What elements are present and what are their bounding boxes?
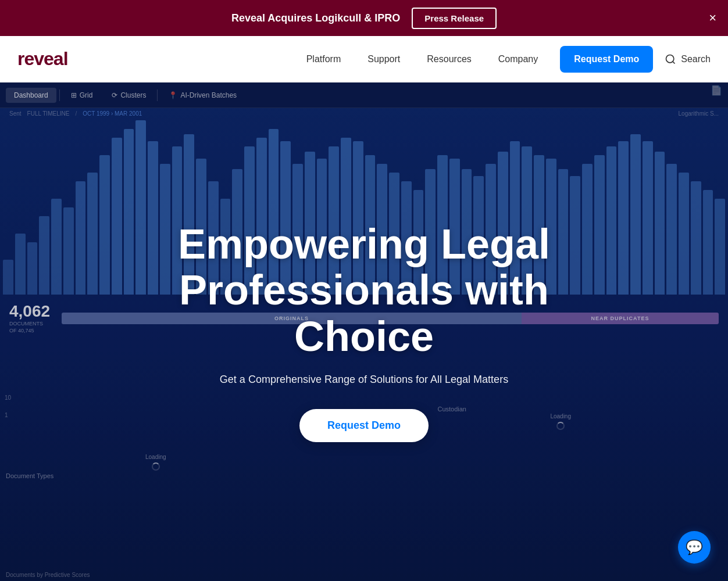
chat-bubble[interactable]: 💬 — [678, 531, 711, 564]
navbar: reveal Platform Support Resources Compan… — [0, 36, 728, 83]
request-demo-nav-button[interactable]: Request Demo — [560, 46, 653, 73]
nav-support[interactable]: Support — [357, 48, 411, 70]
nav-resources[interactable]: Resources — [416, 48, 481, 70]
close-announcement-button[interactable]: × — [709, 12, 716, 24]
announcement-bar: Reveal Acquires Logikcull & IPRO Press R… — [0, 0, 728, 36]
search-label: Search — [681, 54, 711, 64]
nav-links: Platform Support Resources Company — [296, 48, 549, 70]
logo: reveal — [17, 48, 68, 70]
press-release-button[interactable]: Press Release — [412, 8, 497, 29]
search-icon — [665, 53, 676, 65]
nav-company[interactable]: Company — [488, 48, 548, 70]
svg-line-1 — [673, 61, 675, 63]
svg-point-0 — [666, 55, 674, 62]
search-area[interactable]: Search — [665, 53, 711, 65]
chat-icon: 💬 — [686, 539, 703, 555]
hero-title: Empowering Legal Professionals with Choi… — [160, 221, 568, 360]
nav-platform[interactable]: Platform — [296, 48, 352, 70]
hero-subtitle: Get a Comprehensive Range of Solutions f… — [220, 374, 508, 386]
announcement-text: Reveal Acquires Logikcull & IPRO — [231, 12, 400, 24]
hero-section: Dashboard ⊞ Grid ⟳ Clusters 📍 AI-Driven … — [0, 83, 728, 581]
hero-cta-button[interactable]: Request Demo — [299, 409, 429, 442]
hero-overlay: Empowering Legal Professionals with Choi… — [0, 83, 728, 581]
